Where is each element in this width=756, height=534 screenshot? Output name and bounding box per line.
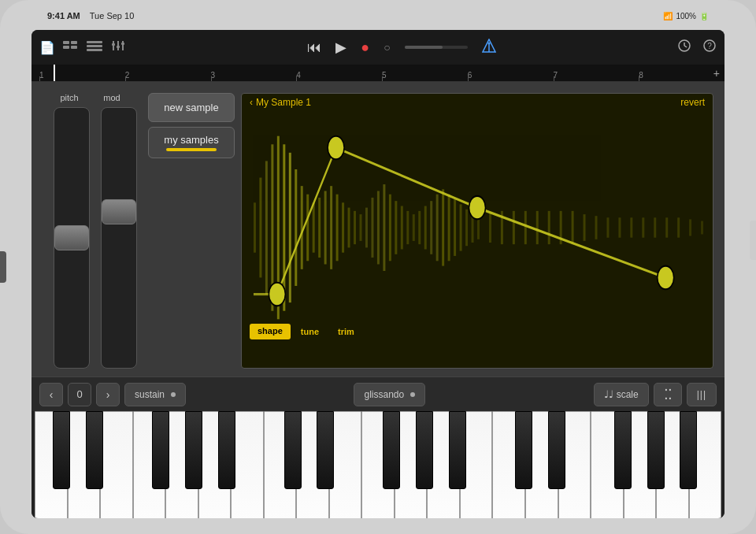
svg-rect-0 [63, 41, 69, 44]
svg-rect-72 [630, 217, 632, 237]
pitch-slider[interactable] [54, 107, 90, 369]
mixer-icon[interactable] [110, 39, 126, 55]
svg-rect-2 [71, 41, 77, 44]
battery-level: 100% [676, 12, 696, 20]
glissando-label: glissando [364, 389, 404, 400]
trim-tab[interactable]: trim [329, 324, 363, 339]
help-icon[interactable]: ? [702, 39, 717, 56]
mod-slider[interactable] [101, 107, 137, 369]
svg-rect-64 [536, 211, 539, 244]
arpeggio-button[interactable]: ⁚⁚ [654, 383, 682, 406]
scale-button[interactable]: ♩♩ scale [594, 383, 649, 406]
black-key[interactable] [548, 411, 565, 489]
record-button[interactable]: ● [361, 39, 369, 56]
black-key[interactable] [218, 411, 235, 489]
svg-rect-36 [342, 202, 344, 252]
left-panel: pitch mod [43, 93, 137, 369]
svg-rect-62 [513, 211, 515, 244]
pitch-thumb[interactable] [54, 225, 89, 250]
svg-rect-23 [265, 161, 268, 294]
svg-rect-74 [654, 217, 656, 237]
bottom-controls: ‹ 0 › sustain glissando ♩♩ scale ⁚⁚ || [32, 376, 724, 411]
sustain-label: sustain [135, 389, 165, 400]
ruler-mark-7: 7 [554, 71, 639, 80]
tune-tab[interactable]: tune [292, 324, 328, 339]
sampler-panel: new sample my samples ‹ My Sample 1 [148, 93, 713, 369]
black-key[interactable] [284, 411, 302, 489]
glissando-button[interactable]: glissando [354, 383, 425, 406]
svg-rect-71 [618, 217, 621, 237]
left-side-button[interactable] [0, 251, 6, 283]
svg-rect-37 [348, 208, 350, 248]
svg-rect-75 [665, 217, 668, 237]
ruler-mark-2: 2 [125, 71, 211, 80]
metronome-icon[interactable] [482, 39, 496, 56]
black-key[interactable] [416, 411, 433, 489]
svg-rect-70 [606, 217, 609, 237]
keyboard-layout-button[interactable]: ||| [687, 383, 717, 406]
black-key[interactable] [680, 411, 697, 489]
add-track-button[interactable]: + [713, 67, 720, 80]
svg-rect-67 [572, 211, 574, 244]
svg-rect-65 [548, 211, 550, 244]
battery-icon: 🔋 [699, 12, 709, 20]
black-key[interactable] [449, 411, 466, 489]
next-button[interactable]: › [96, 383, 120, 406]
black-key[interactable] [647, 411, 665, 489]
my-samples-indicator [166, 148, 217, 151]
svg-point-82 [469, 196, 486, 220]
svg-rect-63 [524, 211, 527, 244]
svg-rect-48 [413, 214, 415, 241]
black-key[interactable] [317, 411, 334, 489]
slider-labels: pitch mod [43, 93, 137, 102]
white-key[interactable] [100, 411, 133, 518]
status-time: 9:41 AM [47, 11, 80, 20]
black-key[interactable] [86, 411, 103, 489]
svg-point-81 [328, 136, 344, 160]
white-key[interactable] [231, 411, 264, 518]
prev-button[interactable]: ‹ [39, 383, 63, 406]
svg-rect-10 [112, 43, 115, 46]
piano [32, 411, 724, 518]
svg-rect-77 [689, 219, 691, 235]
black-key[interactable] [515, 411, 532, 489]
svg-rect-38 [354, 211, 356, 244]
main-content: pitch mod new sample [32, 82, 724, 376]
svg-rect-35 [336, 195, 339, 261]
loop-button[interactable]: ○ [384, 41, 390, 54]
status-bar: 9:41 AM Tue Sep 10 📶 100% 🔋 [47, 8, 709, 24]
mod-thumb[interactable] [102, 199, 136, 224]
my-samples-button[interactable]: my samples [148, 127, 235, 158]
nav-number: 0 [68, 383, 91, 406]
right-side-button[interactable] [750, 221, 756, 260]
svg-point-83 [658, 266, 674, 290]
svg-rect-22 [259, 178, 261, 278]
svg-rect-50 [424, 206, 427, 250]
new-file-icon[interactable]: 📄 [39, 40, 55, 55]
list-view-icon[interactable] [87, 39, 102, 55]
black-key[interactable] [152, 411, 169, 489]
wifi-icon: 📶 [663, 12, 673, 20]
revert-button[interactable]: revert [680, 97, 705, 108]
shape-tab[interactable]: shape [250, 324, 291, 339]
svg-rect-73 [642, 217, 644, 237]
svg-rect-55 [454, 199, 456, 256]
sustain-button[interactable]: sustain [124, 383, 186, 406]
black-key[interactable] [383, 411, 400, 489]
black-key[interactable] [614, 411, 632, 489]
ruler-mark-3: 3 [211, 71, 297, 80]
ruler-mark-6: 6 [468, 71, 554, 80]
black-key[interactable] [53, 411, 70, 489]
rewind-button[interactable]: ⏮ [307, 39, 321, 56]
scale-label: scale [617, 389, 639, 400]
waveform-header: ‹ My Sample 1 revert [242, 94, 713, 111]
new-sample-button[interactable]: new sample [148, 93, 235, 122]
track-view-icon[interactable] [63, 39, 79, 55]
clock-icon[interactable] [677, 39, 691, 56]
black-key[interactable] [185, 411, 202, 489]
play-button[interactable]: ▶ [335, 39, 346, 56]
svg-rect-34 [330, 186, 332, 269]
svg-rect-33 [324, 191, 327, 264]
back-arrow[interactable]: ‹ [250, 97, 253, 108]
keyboard-icon: ||| [697, 389, 706, 400]
